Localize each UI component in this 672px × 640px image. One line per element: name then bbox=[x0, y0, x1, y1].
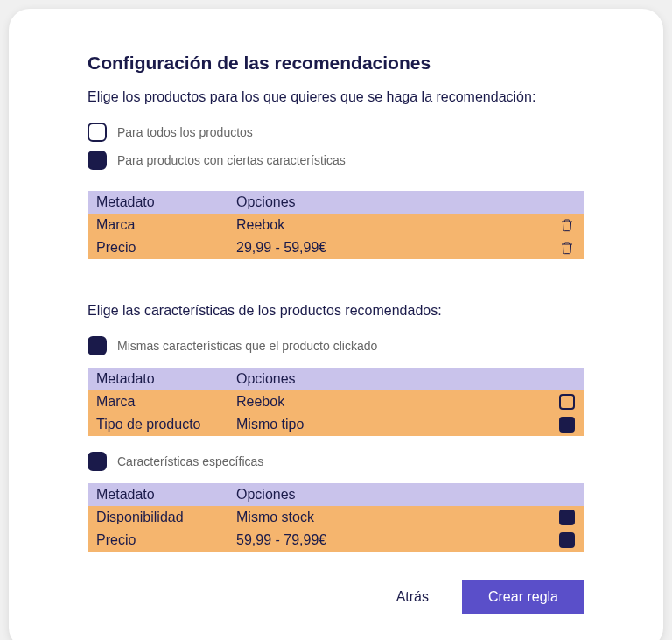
product-selection-group: Para todos los productos Para productos … bbox=[88, 123, 584, 170]
modal-footer: Atrás Crear regla bbox=[44, 580, 628, 614]
cell-metadata: Precio bbox=[88, 236, 228, 259]
cell-action bbox=[550, 506, 584, 529]
cell-options: Mismo stock bbox=[228, 506, 550, 529]
table-row: Precio 59,99 - 79,99€ bbox=[88, 529, 584, 552]
row-checkbox[interactable] bbox=[559, 394, 575, 410]
header-options: Opciones bbox=[228, 483, 550, 506]
header-action bbox=[550, 483, 584, 506]
cell-action bbox=[550, 529, 584, 552]
create-rule-button[interactable]: Crear regla bbox=[462, 580, 584, 614]
radio-icon bbox=[88, 123, 107, 142]
checkbox-icon bbox=[88, 336, 107, 355]
cell-action bbox=[550, 413, 584, 436]
option-specific-label: Características específicas bbox=[117, 454, 263, 468]
cell-options: Mismo tipo bbox=[228, 413, 550, 436]
trash-icon[interactable] bbox=[560, 218, 574, 232]
cell-metadata: Precio bbox=[88, 529, 228, 552]
option-all-label: Para todos los productos bbox=[117, 125, 253, 139]
option-filtered-products[interactable]: Para productos con ciertas característic… bbox=[88, 151, 584, 170]
section2-subtitle: Elige las características de los product… bbox=[88, 303, 584, 319]
header-metadata: Metadato bbox=[88, 368, 228, 390]
option-filtered-label: Para productos con ciertas característic… bbox=[117, 153, 346, 167]
cell-options: 59,99 - 79,99€ bbox=[228, 529, 550, 552]
cell-action bbox=[550, 390, 584, 413]
table-header: Metadato Opciones bbox=[88, 191, 584, 214]
checkbox-icon bbox=[88, 452, 107, 471]
filter-table: Metadato Opciones Marca Reebok Precio 29… bbox=[88, 191, 584, 259]
modal-title: Configuración de las recomendaciones bbox=[88, 53, 584, 74]
cell-metadata: Tipo de producto bbox=[88, 413, 228, 436]
header-options: Opciones bbox=[228, 368, 550, 390]
cell-options: Reebok bbox=[228, 390, 550, 413]
cell-action bbox=[550, 237, 584, 258]
row-checkbox[interactable] bbox=[559, 532, 575, 548]
header-options: Opciones bbox=[228, 191, 550, 214]
table-row: Marca Reebok bbox=[88, 390, 584, 413]
table-row: Disponibilidad Mismo stock bbox=[88, 506, 584, 529]
radio-icon bbox=[88, 151, 107, 170]
section1-subtitle: Elige los productos para los que quieres… bbox=[88, 89, 584, 105]
cell-action bbox=[550, 215, 584, 236]
same-characteristics-table: Metadato Opciones Marca Reebok Tipo de p… bbox=[88, 368, 584, 436]
trash-icon[interactable] bbox=[560, 241, 574, 255]
cell-metadata: Marca bbox=[88, 390, 228, 413]
header-action bbox=[550, 191, 584, 214]
cell-options: Reebok bbox=[228, 214, 550, 236]
back-button[interactable]: Atrás bbox=[389, 580, 436, 614]
table-header: Metadato Opciones bbox=[88, 483, 584, 506]
config-modal: Configuración de las recomendaciones Eli… bbox=[9, 9, 663, 640]
option-same-characteristics[interactable]: Mismas características que el producto c… bbox=[88, 336, 584, 355]
cell-options: 29,99 - 59,99€ bbox=[228, 236, 550, 259]
option-same-label: Mismas características que el producto c… bbox=[117, 339, 377, 353]
header-action bbox=[550, 368, 584, 390]
table-row: Tipo de producto Mismo tipo bbox=[88, 413, 584, 436]
header-metadata: Metadato bbox=[88, 191, 228, 214]
table-header: Metadato Opciones bbox=[88, 368, 584, 390]
cell-metadata: Disponibilidad bbox=[88, 506, 228, 529]
option-specific-characteristics[interactable]: Características específicas bbox=[88, 452, 584, 471]
table-row: Precio 29,99 - 59,99€ bbox=[88, 236, 584, 259]
table-row: Marca Reebok bbox=[88, 214, 584, 236]
specific-characteristics-table: Metadato Opciones Disponibilidad Mismo s… bbox=[88, 483, 584, 552]
modal-content: Configuración de las recomendaciones Eli… bbox=[44, 53, 628, 563]
row-checkbox[interactable] bbox=[559, 417, 575, 433]
row-checkbox[interactable] bbox=[559, 510, 575, 525]
cell-metadata: Marca bbox=[88, 214, 228, 236]
option-all-products[interactable]: Para todos los productos bbox=[88, 123, 584, 142]
header-metadata: Metadato bbox=[88, 483, 228, 506]
